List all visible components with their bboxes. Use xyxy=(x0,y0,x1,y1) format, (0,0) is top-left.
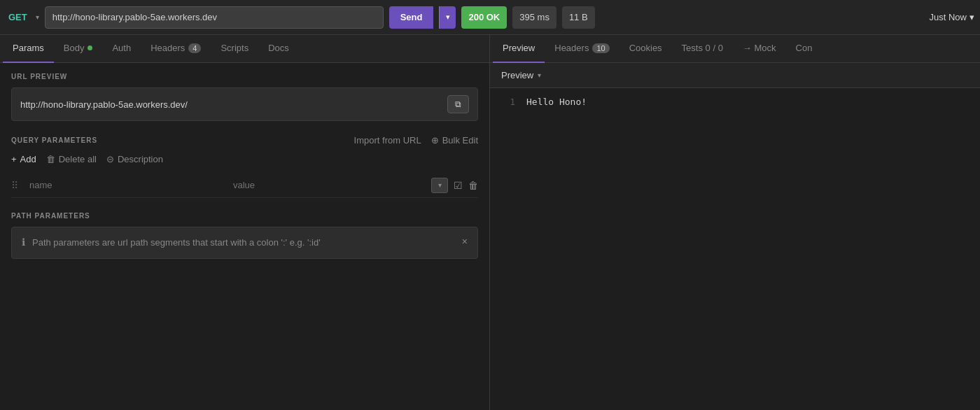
status-badge: 200 OK xyxy=(461,6,507,29)
right-panel: Preview Headers 10 Cookies Tests 0 / 0 →… xyxy=(490,35,980,410)
path-params-info-box: ℹ Path parameters are url path segments … xyxy=(11,227,478,259)
url-preview-text: http://hono-library.pablo-5ae.workers.de… xyxy=(20,99,188,110)
tab-con-label: Con xyxy=(796,43,813,53)
tab-con[interactable]: Con xyxy=(786,35,822,63)
plus-icon: + xyxy=(11,154,17,164)
import-from-url-button[interactable]: Import from URL xyxy=(354,135,421,146)
copy-url-button[interactable]: ⧉ xyxy=(447,95,469,113)
tab-scripts-label: Scripts xyxy=(220,43,248,53)
drag-handle-icon[interactable]: ⠿ xyxy=(11,180,18,191)
body-dot-indicator xyxy=(88,45,92,50)
tab-response-headers[interactable]: Headers 10 xyxy=(545,35,619,63)
path-params-close-button[interactable]: × xyxy=(462,236,468,247)
tab-response-headers-label: Headers xyxy=(554,43,589,53)
tab-params[interactable]: Params xyxy=(3,35,54,63)
delete-all-button[interactable]: 🗑 Delete all xyxy=(46,154,97,164)
timestamp-text: Just Now xyxy=(930,12,967,22)
timestamp: Just Now ▾ xyxy=(930,12,974,22)
tab-docs-label: Docs xyxy=(268,43,289,53)
left-panel: Params Body Auth Headers 4 Scripts Docs xyxy=(0,35,490,410)
tab-tests[interactable]: Tests 0 / 0 xyxy=(672,35,733,63)
tab-docs[interactable]: Docs xyxy=(258,35,299,63)
tab-tests-label: Tests 0 / 0 xyxy=(682,43,723,53)
param-value-input[interactable] xyxy=(227,177,426,193)
url-preview-label: URL PREVIEW xyxy=(11,73,478,80)
tab-body[interactable]: Body xyxy=(54,35,103,63)
method-dropdown-arrow[interactable]: ▾ xyxy=(36,13,39,21)
status-text: OK xyxy=(486,12,500,22)
tab-scripts[interactable]: Scripts xyxy=(211,35,258,63)
path-params-label: PATH PARAMETERS xyxy=(11,212,478,220)
tab-auth-label: Auth xyxy=(112,43,131,53)
left-content: URL PREVIEW http://hono-library.pablo-5a… xyxy=(0,63,489,410)
tab-mock[interactable]: → Mock xyxy=(733,35,786,63)
description-button[interactable]: ⊝ Description xyxy=(106,154,163,164)
tab-preview[interactable]: Preview xyxy=(493,35,545,63)
bulk-edit-icon: ⊕ xyxy=(431,135,439,146)
param-type-dropdown[interactable]: ▾ xyxy=(431,178,448,193)
param-row: ⠿ ▾ ☑ 🗑 xyxy=(11,173,478,198)
left-tab-bar: Params Body Auth Headers 4 Scripts Docs xyxy=(0,35,489,63)
response-headers-badge: 10 xyxy=(592,43,609,53)
headers-badge: 4 xyxy=(188,43,201,53)
tab-cookies-label: Cookies xyxy=(629,43,662,53)
response-time-box: 395 ms xyxy=(512,6,556,29)
path-params-info-text: Path parameters are url path segments th… xyxy=(32,236,455,250)
send-dropdown-button[interactable]: ▾ xyxy=(439,6,456,29)
preview-sub-header: Preview ▾ xyxy=(490,63,980,88)
path-params-section: PATH PARAMETERS ℹ Path parameters are ur… xyxy=(11,212,478,259)
query-params-header: QUERY PARAMETERS Import from URL ⊕ Bulk … xyxy=(11,135,478,146)
bulk-edit-button[interactable]: ⊕ Bulk Edit xyxy=(431,135,478,146)
response-size-box: 11 B xyxy=(562,6,595,29)
description-icon: ⊝ xyxy=(106,154,114,164)
code-area: 1 Hello Hono! xyxy=(490,88,980,410)
query-params-actions: Import from URL ⊕ Bulk Edit xyxy=(354,135,478,146)
code-content-1: Hello Hono! xyxy=(526,97,587,107)
trash-icon: 🗑 xyxy=(46,154,55,164)
send-button[interactable]: Send xyxy=(389,6,434,29)
tab-params-label: Params xyxy=(13,43,44,53)
chevron-down-icon: ▾ xyxy=(446,13,450,22)
info-icon: ℹ xyxy=(22,236,25,248)
tab-headers-label: Headers xyxy=(150,43,185,53)
copy-icon: ⧉ xyxy=(455,99,461,109)
query-params-label: QUERY PARAMETERS xyxy=(11,136,97,144)
response-size: 11 B xyxy=(569,12,588,22)
tab-body-label: Body xyxy=(64,43,85,53)
url-preview-box: http://hono-library.pablo-5ae.workers.de… xyxy=(11,87,478,121)
top-bar: GET ▾ Send ▾ 200 OK 395 ms 11 B Just Now… xyxy=(0,0,980,35)
params-toolbar: + Add 🗑 Delete all ⊝ Description xyxy=(11,154,478,164)
param-name-input[interactable] xyxy=(24,177,222,193)
main-layout: Params Body Auth Headers 4 Scripts Docs xyxy=(0,35,980,410)
add-param-button[interactable]: + Add xyxy=(11,154,36,164)
tab-preview-label: Preview xyxy=(503,43,535,53)
tab-mock-label: → Mock xyxy=(743,43,776,53)
method-label: GET xyxy=(6,12,30,22)
url-input[interactable] xyxy=(45,6,384,29)
tab-auth[interactable]: Auth xyxy=(102,35,141,63)
right-tab-bar: Preview Headers 10 Cookies Tests 0 / 0 →… xyxy=(490,35,980,63)
preview-dropdown-arrow[interactable]: ▾ xyxy=(538,71,541,79)
timestamp-dropdown-arrow[interactable]: ▾ xyxy=(969,12,974,22)
code-line-1: 1 Hello Hono! xyxy=(501,97,969,107)
response-time: 395 ms xyxy=(519,12,550,22)
status-code: 200 xyxy=(468,12,484,22)
param-check-icon[interactable]: ☑ xyxy=(454,180,463,191)
param-delete-icon[interactable]: 🗑 xyxy=(468,180,478,191)
preview-sub-label: Preview xyxy=(501,70,533,80)
tab-headers[interactable]: Headers 4 xyxy=(141,35,211,63)
line-number-1: 1 xyxy=(501,97,515,107)
tab-cookies[interactable]: Cookies xyxy=(620,35,672,63)
